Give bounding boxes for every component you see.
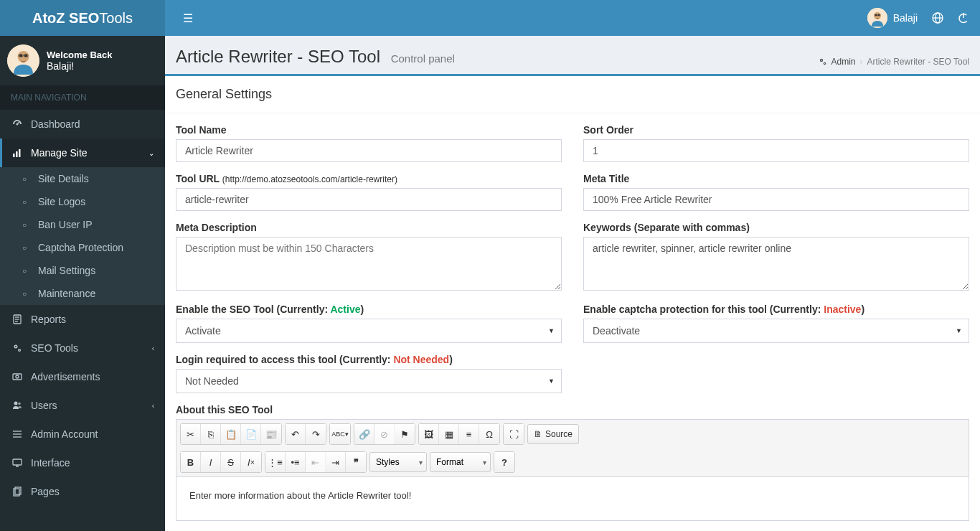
settings-box: General Settings Tool Name Sort Order — [165, 76, 980, 531]
tool-url-label: Tool URL (http://demo.atozseotools.com/a… — [176, 173, 562, 184]
hamburger-icon[interactable]: ☰ — [176, 11, 200, 25]
keywords-textarea[interactable]: article rewriter, spinner, article rewri… — [583, 237, 969, 291]
ol-icon[interactable]: ⋮≡ — [265, 452, 286, 472]
money-icon — [11, 372, 24, 382]
sidebar-item-admin[interactable]: Admin Account — [0, 420, 165, 448]
sidebar-item-manage-site[interactable]: Manage Site ⌄ — [0, 138, 165, 167]
login-required-label: Login required to access this tool (Curr… — [176, 354, 562, 365]
globe-icon[interactable] — [932, 12, 943, 24]
login-required-select[interactable]: Not Needed — [176, 369, 562, 393]
box-title: General Settings — [165, 76, 980, 113]
indent-icon[interactable]: ⇥ — [326, 452, 346, 472]
sort-order-input[interactable] — [583, 139, 969, 162]
list-icon — [11, 429, 24, 439]
tool-name-label: Tool Name — [176, 124, 562, 136]
users-icon — [11, 400, 24, 410]
sidebar-username: Balaji! — [47, 60, 113, 72]
special-char-icon[interactable]: Ω — [479, 424, 499, 444]
nav-section-label: MAIN NAVIGATION — [0, 85, 165, 110]
link-icon[interactable]: 🔗 — [354, 424, 374, 444]
svg-point-45 — [824, 63, 824, 64]
sidebar-sub-site-details[interactable]: ○Site Details — [0, 167, 165, 190]
ul-icon[interactable]: •≡ — [286, 452, 306, 472]
cut-icon[interactable]: ✂ — [181, 424, 201, 444]
undo-icon[interactable]: ↶ — [286, 424, 306, 444]
sidebar-item-users[interactable]: Users ‹ — [0, 391, 165, 420]
main-content: Article Rewriter - SEO Tool Control pane… — [165, 36, 980, 531]
svg-rect-20 — [16, 151, 18, 157]
svg-line-18 — [17, 122, 19, 124]
sidebar-sub-maintenance[interactable]: ○Maintenance — [0, 282, 165, 305]
breadcrumb-admin[interactable]: Admin — [831, 57, 856, 67]
logo[interactable]: AtoZ SEOTools — [0, 0, 165, 36]
rich-editor: ✂ ⎘ 📋 📄 📰 ↶ ↷ ABC▾ — [176, 419, 969, 521]
power-icon[interactable] — [958, 12, 969, 24]
sidebar-item-dashboard[interactable]: Dashboard — [0, 110, 165, 138]
source-icon: 🗎 — [534, 429, 542, 439]
gear-icon — [11, 343, 24, 353]
svg-point-33 — [18, 403, 21, 405]
meta-title-input[interactable] — [583, 188, 969, 211]
anchor-icon[interactable]: ⚑ — [395, 424, 415, 444]
page-subtitle: Control panel — [391, 52, 455, 65]
sidebar-item-seo-tools[interactable]: SEO Tools ‹ — [0, 334, 165, 362]
paste-icon[interactable]: 📋 — [221, 424, 241, 444]
source-button[interactable]: 🗎 Source — [527, 424, 579, 444]
sidebar-welcome: Welcome Back — [47, 50, 113, 60]
content-header: Article Rewriter - SEO Tool Control pane… — [165, 36, 980, 76]
captcha-select[interactable]: Deactivate — [583, 319, 969, 343]
tool-url-input[interactable] — [176, 188, 562, 211]
chevron-left-icon: ‹ — [152, 344, 154, 352]
sidebar-item-pages[interactable]: Pages — [0, 477, 165, 506]
breadcrumb-current: Article Rewriter - SEO Tool — [867, 57, 969, 67]
sidebar-item-reports[interactable]: Reports — [0, 305, 165, 334]
sidebar: Welcome Back Balaji! MAIN NAVIGATION Das… — [0, 36, 165, 531]
paste-text-icon[interactable]: 📄 — [241, 424, 261, 444]
svg-point-27 — [15, 346, 17, 347]
circle-icon: ○ — [18, 267, 31, 275]
meta-desc-textarea[interactable] — [176, 237, 562, 291]
sidebar-sub-site-logos[interactable]: ○Site Logos — [0, 190, 165, 213]
circle-icon: ○ — [18, 175, 31, 183]
avatar-icon — [867, 8, 887, 28]
remove-format-icon[interactable]: I× — [241, 452, 261, 472]
hr-icon[interactable]: ≡ — [459, 424, 479, 444]
editor-content[interactable]: Enter more information about the Article… — [176, 477, 969, 520]
sidebar-item-advertisements[interactable]: Advertisements — [0, 362, 165, 391]
header-username: Balaji — [893, 12, 918, 24]
editor-toolbar: ✂ ⎘ 📋 📄 📰 ↶ ↷ ABC▾ — [176, 420, 969, 477]
captcha-label: Enable captcha protection for this tool … — [583, 304, 969, 315]
sort-order-label: Sort Order — [583, 124, 969, 136]
redo-icon[interactable]: ↷ — [306, 424, 326, 444]
outdent-icon[interactable]: ⇤ — [306, 452, 326, 472]
paste-word-icon[interactable]: 📰 — [261, 424, 281, 444]
pages-icon — [11, 487, 24, 497]
image-icon[interactable]: 🖼 — [419, 424, 439, 444]
header-user-menu[interactable]: Balaji — [867, 8, 918, 28]
circle-icon: ○ — [18, 290, 31, 298]
sidebar-sub-mail[interactable]: ○Mail Settings — [0, 259, 165, 282]
bold-icon[interactable]: B — [181, 452, 201, 472]
styles-select[interactable]: Styles — [369, 452, 427, 472]
spellcheck-icon[interactable]: ABC▾ — [330, 424, 350, 444]
avatar-icon — [7, 44, 39, 77]
sidebar-item-interface[interactable]: Interface — [0, 448, 165, 477]
chevron-left-icon: ‹ — [152, 402, 154, 410]
unlink-icon[interactable]: ⊘ — [374, 424, 395, 444]
meta-title-label: Meta Title — [583, 173, 969, 184]
enable-tool-select[interactable]: Activate — [176, 319, 562, 343]
app-header: AtoZ SEOTools ☰ Balaji — [0, 0, 980, 36]
strike-icon[interactable]: S — [221, 452, 241, 472]
format-select[interactable]: Format — [430, 452, 491, 472]
tool-name-input[interactable] — [176, 139, 562, 162]
sidebar-sub-captcha[interactable]: ○Captcha Protection — [0, 236, 165, 259]
copy-icon[interactable]: ⎘ — [201, 424, 221, 444]
italic-icon[interactable]: I — [201, 452, 221, 472]
sidebar-sub-ban-ip[interactable]: ○Ban User IP — [0, 213, 165, 236]
table-icon[interactable]: ▦ — [439, 424, 459, 444]
maximize-icon[interactable]: ⛶ — [504, 424, 524, 444]
blockquote-icon[interactable]: ❞ — [346, 452, 366, 472]
chevron-down-icon: ⌄ — [149, 149, 154, 157]
sidebar-user-panel: Welcome Back Balaji! — [0, 36, 165, 85]
help-icon[interactable]: ? — [494, 452, 514, 472]
